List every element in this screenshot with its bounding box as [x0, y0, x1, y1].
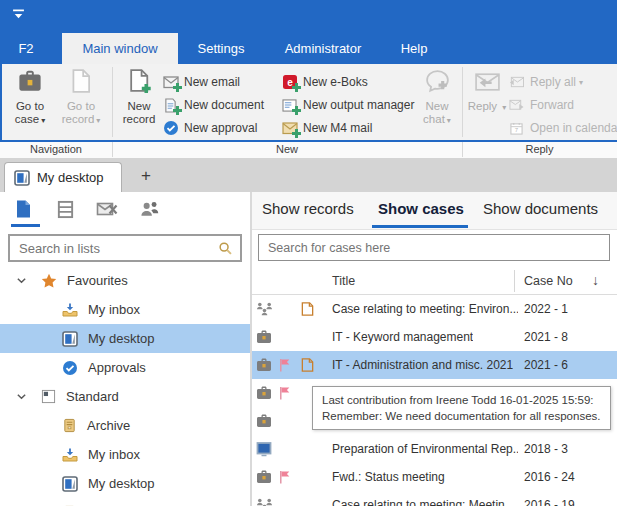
new-email-label: New email	[184, 75, 240, 89]
sidebar-item-my-desktop[interactable]: My desktop	[0, 324, 250, 353]
table-row[interactable]: IT - Keyword management 2021 - 8	[252, 323, 617, 351]
sidebar-item-my-archive[interactable]: My archive	[0, 498, 250, 506]
ribbon-group-separator	[112, 67, 113, 137]
case-number: 2021 - 8	[524, 330, 568, 344]
tab-show-records[interactable]: Show records	[262, 200, 354, 217]
new-record-label-line1: New	[127, 100, 150, 112]
navigation-group-label: Navigation	[0, 143, 112, 155]
quick-access-toolbar-icon[interactable]	[12, 9, 25, 20]
table-row[interactable]: Fwd.: Status meeting 2016 - 24	[252, 463, 617, 491]
search-icon[interactable]	[218, 241, 240, 256]
menu-item-f2[interactable]: F2	[0, 33, 52, 64]
new-approval-button[interactable]: New approval	[162, 118, 257, 138]
case-title: Preparation of Environmental Rep...	[332, 442, 518, 456]
forward-button: Forward	[508, 95, 574, 115]
case-title: Fwd.: Status meeting	[332, 470, 445, 484]
sidebar-group-favourites-label: Favourites	[67, 273, 128, 288]
go-to-record-label-line2: record	[62, 113, 95, 125]
sidebar-item-my-inbox[interactable]: My inbox	[0, 295, 250, 324]
tab-my-desktop-label: My desktop	[37, 170, 103, 185]
case-number: 2018 - 3	[524, 442, 568, 456]
menubar: F2 Main window Settings Administrator He…	[0, 33, 617, 64]
archive-view-icon[interactable]	[52, 197, 78, 221]
sidebar-search-box	[8, 234, 242, 262]
column-header-case-no[interactable]: Case No	[524, 274, 573, 288]
case-briefcase-icon	[256, 329, 272, 345]
new-approval-label: New approval	[184, 121, 257, 135]
record-icon	[56, 68, 106, 99]
inbox-icon	[62, 302, 78, 318]
new-output-manager-button[interactable]: New output manager	[281, 95, 414, 115]
dropdown-caret-icon: ▾	[41, 116, 45, 125]
my-desktop-tab-icon	[14, 170, 30, 186]
menu-item-main-window-label: Main window	[82, 41, 157, 56]
menu-item-f2-label: F2	[18, 41, 33, 56]
archive-box-icon	[62, 418, 77, 433]
new-email-button[interactable]: New email	[162, 72, 240, 92]
sidebar-item-my-desktop-standard-label: My desktop	[88, 476, 154, 491]
new-chat-icon	[414, 68, 460, 99]
sidebar-group-favourites[interactable]: Favourites	[0, 266, 250, 295]
menu-item-settings[interactable]: Settings	[190, 33, 252, 64]
active-view-underline	[11, 224, 40, 227]
table-row[interactable]: Case relating to meeting: Meetin... 2016…	[252, 491, 617, 506]
new-tab-button[interactable]: +	[134, 163, 158, 189]
tab-show-documents[interactable]: Show documents	[483, 200, 598, 217]
sort-desc-icon[interactable]: ↓	[592, 272, 599, 288]
ribbon-group-separator	[112, 142, 113, 157]
menu-item-main-window[interactable]: Main window	[62, 33, 178, 64]
tooltip-line2: Remember: We need documentation for all …	[322, 408, 601, 424]
table-row[interactable]: Case relating to meeting: Environ... 202…	[252, 295, 617, 323]
new-eboks-button[interactable]: e New e-Boks	[281, 72, 368, 92]
standard-folder-icon	[41, 389, 56, 404]
tab-my-desktop[interactable]: My desktop	[4, 162, 122, 192]
new-record-button[interactable]: New record	[118, 66, 160, 138]
menu-item-help[interactable]: Help	[394, 33, 434, 64]
case-briefcase-icon	[256, 357, 272, 373]
records-view-icon[interactable]	[10, 197, 36, 221]
search-in-lists-input[interactable]	[10, 241, 218, 256]
chevron-down-icon[interactable]	[16, 275, 27, 286]
case-briefcase-icon	[256, 385, 272, 401]
case-number: 2016 - 19	[524, 498, 575, 506]
plus-badge-icon	[173, 106, 182, 115]
case-briefcase-icon	[256, 469, 272, 485]
participants-icon	[256, 498, 273, 506]
new-document-button[interactable]: New document	[162, 95, 264, 115]
new-output-manager-icon	[281, 97, 298, 113]
new-approval-icon	[162, 120, 179, 136]
table-row[interactable]: Preparation of Environmental Rep... 2018…	[252, 435, 617, 463]
new-m4-mail-button[interactable]: New M4 mail	[281, 118, 372, 138]
new-chat-label-line1: New	[425, 100, 448, 112]
column-header-title[interactable]: Title	[332, 274, 355, 288]
sidebar-item-my-inbox-standard[interactable]: My inbox	[0, 440, 250, 469]
search-cases-input[interactable]	[259, 241, 609, 255]
reply-all-button: Reply all ▾	[508, 72, 583, 92]
table-row-selected[interactable]: IT - Administration and misc. 2021 2021 …	[252, 351, 617, 379]
go-to-case-label-line1: Go to	[16, 100, 44, 112]
new-record-label-line2: record	[123, 113, 156, 125]
new-document-label: New document	[184, 98, 264, 112]
go-to-case-button[interactable]: Go to case▾	[6, 66, 54, 138]
chevron-down-icon[interactable]	[16, 391, 27, 402]
sidebar-item-approvals[interactable]: Approvals	[0, 353, 250, 382]
case-briefcase-icon	[256, 413, 272, 429]
new-chat-label-line2: chat	[423, 113, 445, 125]
sidebar-item-archive[interactable]: Archive	[0, 411, 250, 440]
case-icon	[6, 68, 54, 99]
flag-icon	[278, 470, 291, 485]
calendar-icon: 7	[508, 120, 525, 136]
tab-show-cases[interactable]: Show cases	[378, 200, 464, 217]
sidebar-item-my-inbox-label: My inbox	[88, 302, 140, 317]
desktop-icon	[62, 331, 78, 347]
menu-item-administrator[interactable]: Administrator	[283, 33, 363, 64]
contacts-view-icon[interactable]	[136, 197, 162, 221]
new-document-icon	[162, 97, 179, 113]
menu-item-administrator-label: Administrator	[285, 41, 362, 56]
open-in-calendar-button: 7 Open in calendar	[508, 118, 617, 138]
mail-view-icon[interactable]	[94, 197, 120, 221]
sidebar-item-my-desktop-standard[interactable]: My desktop	[0, 469, 250, 498]
column-separator	[514, 270, 515, 292]
sidebar-group-standard[interactable]: Standard	[0, 382, 250, 411]
case-title: IT - Administration and misc. 2021	[332, 358, 513, 372]
